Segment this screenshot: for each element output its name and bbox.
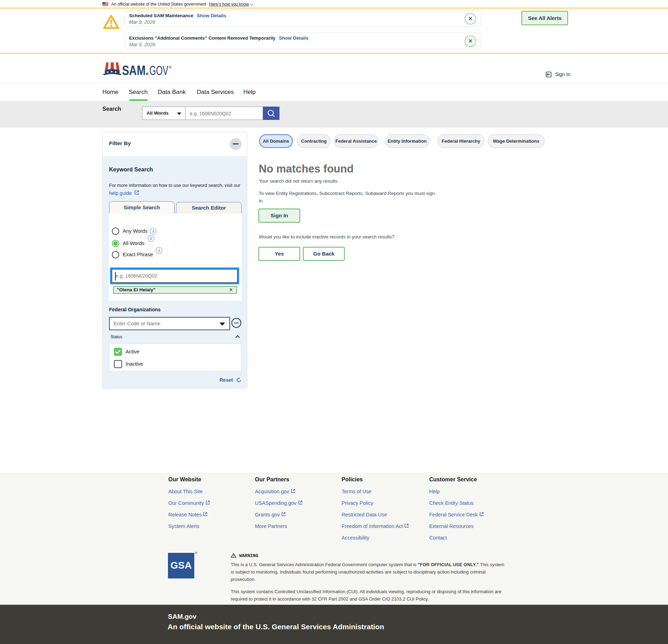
svg-text:GOV: GOV <box>149 63 168 77</box>
svg-text:SAM: SAM <box>122 63 146 77</box>
svg-text:®: ® <box>169 66 172 69</box>
